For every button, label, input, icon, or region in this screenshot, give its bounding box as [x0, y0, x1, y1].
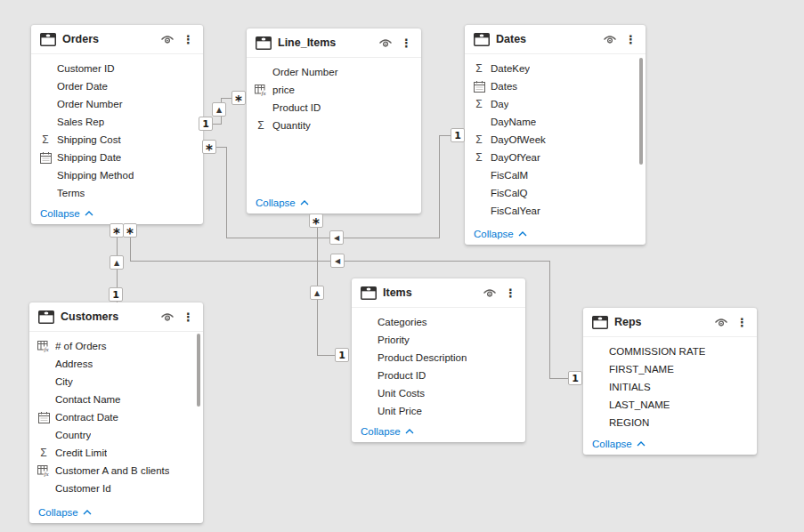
table-card-dates[interactable]: Dates⋮ΣDateKeyDatesΣDayDayNameΣDayOfWeek…	[465, 25, 646, 245]
cardinality-many: *	[110, 223, 124, 238]
eye-icon	[160, 312, 175, 322]
field-label: price	[272, 85, 295, 95]
table-icon	[592, 316, 608, 329]
field-label: Order Date	[57, 81, 108, 92]
collapse-link[interactable]: Collapse	[40, 208, 93, 219]
field-row[interactable]: Product ID	[352, 367, 525, 384]
collapse-link[interactable]: Collapse	[361, 426, 414, 437]
field-row[interactable]: FisCalYear	[465, 202, 646, 220]
cardinality-one: 1	[568, 371, 582, 385]
field-row[interactable]: City	[29, 373, 203, 391]
field-icon-slot: fx	[254, 83, 268, 97]
field-label: Terms	[57, 188, 85, 198]
field-row[interactable]: Priority	[352, 331, 525, 349]
field-row[interactable]: FisCalQ	[465, 184, 646, 202]
table-card-reps[interactable]: Reps⋮COMMISSION RATEFIRST_NAMEINITIALSLA…	[583, 308, 757, 455]
field-label: COMMISSION RATE	[609, 346, 705, 357]
field-row[interactable]: Product ID	[247, 99, 421, 117]
field-row[interactable]: fx# of Orders	[29, 337, 203, 355]
more-options-button[interactable]: ⋮	[183, 311, 194, 323]
field-row[interactable]: LAST_NAME	[583, 396, 757, 414]
field-row[interactable]: INITIALS	[583, 378, 757, 396]
field-label: FisCalQ	[491, 188, 528, 198]
field-row[interactable]: Unit Costs	[352, 384, 525, 402]
toggle-visibility-button[interactable]	[603, 35, 617, 44]
field-row[interactable]: fxprice	[247, 81, 421, 99]
field-row[interactable]: Shipping Method	[31, 166, 203, 184]
field-row[interactable]: ΣQuantity	[247, 117, 421, 134]
field-row[interactable]: Shipping Date	[31, 149, 203, 166]
table-card-items[interactable]: Items⋮CategoriesPriorityProduct Descript…	[352, 278, 525, 442]
field-label: Contact Name	[55, 394, 121, 405]
toggle-visibility-button[interactable]	[483, 288, 497, 298]
more-options-button[interactable]: ⋮	[736, 317, 748, 328]
field-row[interactable]: fxCustomer A and B clients	[29, 462, 203, 480]
table-card-header: Items⋮	[352, 278, 525, 308]
collapse-link[interactable]: Collapse	[38, 507, 92, 518]
more-options-button[interactable]: ⋮	[505, 287, 516, 299]
vertical-scrollbar[interactable]	[639, 58, 643, 165]
field-row[interactable]: Dates	[465, 77, 646, 95]
table-card-orders[interactable]: Orders⋮Customer IDOrder DateOrder Number…	[31, 25, 203, 224]
field-icon-slot	[472, 79, 486, 93]
collapse-link[interactable]: Collapse	[474, 229, 527, 239]
field-row[interactable]: FIRST_NAME	[583, 360, 757, 378]
table-card-customers[interactable]: Customers⋮fx# of OrdersAddressCityContac…	[29, 302, 203, 523]
eye-icon	[714, 318, 728, 327]
more-options-button[interactable]: ⋮	[625, 34, 637, 45]
field-row[interactable]: Product Description	[352, 349, 525, 367]
field-label: Country	[55, 430, 91, 440]
field-label: DayName	[491, 117, 536, 127]
field-row[interactable]: ΣDateKey	[465, 60, 646, 77]
collapse-link[interactable]: Collapse	[256, 197, 309, 208]
field-icon-slot: Σ	[37, 446, 51, 460]
field-row[interactable]: Order Number	[31, 95, 203, 113]
field-label: REGION	[609, 417, 649, 428]
toggle-visibility-button[interactable]	[160, 312, 175, 322]
field-row[interactable]: ΣShipping Cost	[31, 131, 203, 149]
field-row[interactable]: Order Number	[247, 63, 421, 81]
field-row[interactable]: Customer Id	[29, 480, 203, 497]
more-options-button[interactable]: ⋮	[401, 37, 412, 49]
field-label: FIRST_NAME	[609, 364, 674, 375]
cardinality-label: 1	[202, 118, 209, 130]
field-label: Quantity	[272, 120, 311, 131]
table-card-header: Reps⋮	[583, 308, 757, 337]
field-row[interactable]: Sales Rep	[31, 113, 203, 131]
field-row[interactable]: COMMISSION RATE	[583, 343, 757, 360]
toggle-visibility-button[interactable]	[378, 38, 393, 48]
field-label: Address	[55, 359, 93, 369]
field-label: DayOfYear	[491, 152, 540, 163]
field-row[interactable]: ΣDayOfWeek	[465, 131, 646, 149]
table-card-header: Line_Items⋮	[247, 28, 421, 58]
field-row[interactable]: DayName	[465, 113, 646, 131]
field-row[interactable]: Contract Date	[29, 408, 203, 426]
collapse-link[interactable]: Collapse	[592, 439, 646, 449]
field-row[interactable]: REGION	[583, 414, 757, 431]
cardinality-one: 1	[335, 348, 349, 362]
field-row[interactable]: ΣDay	[465, 95, 646, 113]
more-options-button[interactable]: ⋮	[183, 34, 194, 45]
chevron-up-icon	[518, 231, 527, 237]
field-row[interactable]: FisCalM	[465, 166, 646, 184]
cardinality-label: *	[235, 93, 242, 109]
field-label: Shipping Date	[57, 152, 121, 163]
field-row[interactable]: Terms	[31, 184, 203, 202]
field-row[interactable]: Order Date	[31, 77, 203, 95]
toggle-visibility-button[interactable]	[160, 35, 175, 44]
field-row[interactable]: Unit Price	[352, 402, 525, 420]
vertical-scrollbar[interactable]	[197, 334, 200, 407]
table-card-line_items[interactable]: Line_Items⋮Order NumberfxpriceProduct ID…	[247, 28, 421, 214]
field-row[interactable]: Country	[29, 426, 203, 444]
field-row[interactable]: ΣDayOfYear	[465, 149, 646, 166]
field-row[interactable]: Contact Name	[29, 391, 203, 408]
cardinality-one: 1	[109, 287, 123, 302]
field-row[interactable]: Address	[29, 355, 203, 373]
field-row[interactable]: Customer ID	[31, 60, 203, 77]
field-label: Shipping Cost	[57, 134, 121, 145]
field-list: fx# of OrdersAddressCityContact NameCont…	[29, 332, 203, 497]
toggle-visibility-button[interactable]	[714, 318, 728, 327]
cardinality-label: *	[206, 142, 213, 158]
field-row[interactable]: ΣCredit Limit	[29, 444, 203, 462]
field-row[interactable]: Categories	[352, 313, 525, 331]
